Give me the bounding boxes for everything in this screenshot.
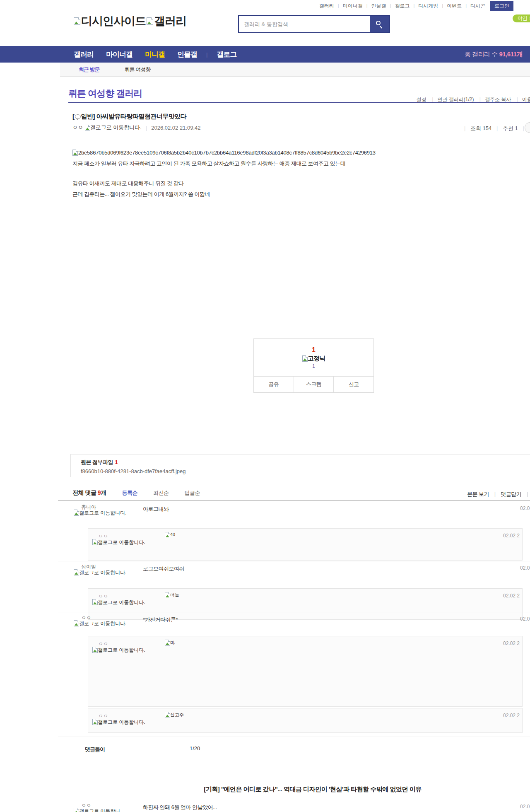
reply-time: 02.02 2 bbox=[503, 533, 520, 539]
comment-row: ㅇㅇ 갤로그로 이동합니 하진짜 안돼 6월 얼마 안남았어... 02.0 bbox=[0, 802, 530, 812]
breadcrumb: 최근 방문 뤼튼 여성향 bbox=[60, 63, 530, 77]
topbar-link-persongal[interactable]: 인물갤 bbox=[363, 2, 386, 10]
paginator-divider bbox=[58, 737, 530, 737]
downvote-count[interactable]: 1 bbox=[312, 363, 315, 369]
logo-text-dcinside: 디시인사이드 bbox=[81, 14, 146, 29]
scrap-button[interactable]: 스크랩 bbox=[294, 377, 334, 392]
reply-dccon-broken[interactable]: 신고주 bbox=[165, 712, 184, 718]
speech-bubble-icon bbox=[75, 114, 81, 119]
recent-visit-label[interactable]: 최근 방문 bbox=[79, 66, 100, 73]
broken-image-icon bbox=[92, 719, 98, 725]
broken-image-icon bbox=[302, 355, 308, 362]
reply-gallog-link[interactable]: 갤로그로 이동합니다. bbox=[92, 719, 146, 725]
topbar-link-dccon[interactable]: 디시콘 bbox=[462, 2, 485, 10]
comment-gallog-link[interactable]: 갤로그로 이동합니다. bbox=[74, 620, 128, 627]
reply-row: ㅇㅇ 갤로그로 이동합니다. 먀 02.02 2 bbox=[88, 636, 523, 707]
report-button[interactable]: 신고 bbox=[333, 377, 373, 392]
search-icon bbox=[376, 21, 381, 25]
comment-page-indicator[interactable]: 1/20 bbox=[190, 745, 200, 752]
page: 갤러리 마이너갤 인물갤 갤로그 디시게임 이벤트 디시콘 로그인 야간 모드 … bbox=[0, 0, 530, 812]
divider: | bbox=[464, 125, 465, 131]
nav-item-minorgal[interactable]: 마이너갤 bbox=[106, 50, 132, 59]
vote-box: 1 고정닉 1 공유 스크랩 신고 bbox=[253, 338, 374, 393]
view-post-link[interactable]: 본문 보기 bbox=[467, 491, 489, 497]
reply-gallog-link[interactable]: 갤로그로 이동합니다. bbox=[92, 539, 146, 546]
copy-url-link[interactable]: 갤주소 복사 bbox=[475, 97, 511, 102]
reply-dccon-broken[interactable]: 40 bbox=[165, 532, 175, 538]
search-button[interactable] bbox=[370, 16, 389, 32]
comments-header-underline bbox=[58, 500, 530, 500]
broken-image-icon bbox=[85, 125, 90, 131]
broken-image-icon bbox=[165, 592, 170, 598]
close-comments-link[interactable]: 댓글닫기 bbox=[501, 491, 521, 497]
share-button[interactable]: 공유 bbox=[254, 377, 294, 392]
comment-total: 전체 댓글 9개 bbox=[72, 489, 106, 497]
comment-gallog-link[interactable]: 갤로그로 이동합니다. bbox=[74, 510, 128, 516]
reply-dccon-broken[interactable]: 더늘 bbox=[165, 592, 179, 598]
comment-time: 02.02 bbox=[520, 616, 530, 622]
broken-image-icon bbox=[165, 712, 170, 718]
topbar-link-minorgal[interactable]: 마이너갤 bbox=[334, 2, 363, 10]
comment-gallog-link[interactable]: 갤로그로 이동합니 bbox=[74, 808, 128, 812]
nav-item-minigal-active[interactable]: 미니갤 bbox=[145, 50, 165, 59]
comment-time: 02.0 bbox=[520, 505, 530, 511]
gallery-settings-link[interactable]: 설정 bbox=[417, 97, 426, 102]
divider: | bbox=[523, 125, 524, 131]
broken-image-icon bbox=[74, 17, 80, 25]
page-title[interactable]: 뤼튼 여성향 갤러리 bbox=[68, 87, 142, 100]
comment-time: 02.02 bbox=[520, 565, 530, 571]
related-gallery-link[interactable]: 연관 갤러리(1/2) bbox=[428, 97, 474, 102]
reply-gallog-link[interactable]: 갤로그로 이동합니다. bbox=[92, 647, 146, 653]
broken-image-icon bbox=[74, 808, 79, 812]
broken-image-icon bbox=[92, 647, 98, 653]
topbar-link-gallog[interactable]: 갤로그 bbox=[386, 2, 410, 10]
upvote-count[interactable]: 1 bbox=[312, 346, 316, 354]
nav-divider: | bbox=[206, 51, 207, 58]
reply-time: 02.02 2 bbox=[503, 593, 520, 599]
reply-dccon-broken[interactable]: 먀 bbox=[165, 640, 175, 646]
divider: | bbox=[527, 491, 528, 497]
comment-gallog-link[interactable]: 갤로그로 이동합니다. bbox=[74, 569, 128, 576]
broken-image-icon bbox=[92, 539, 98, 545]
breadcrumb-current-gallery[interactable]: 뤼튼 여성향 bbox=[125, 66, 151, 73]
ad-article-headline[interactable]: [기획] "예언은 어디로 갔나"... 역대급 디자인이 '현실'과 타협할 … bbox=[58, 785, 530, 793]
comment-text: 하진짜 안돼 6월 얼마 안남았어... bbox=[143, 804, 217, 811]
vote-buttons: 공유 스크랩 신고 bbox=[254, 376, 373, 392]
top-utility-bar: 갤러리 마이너갤 인물갤 갤로그 디시게임 이벤트 디시콘 로그인 bbox=[0, 0, 530, 12]
post-paragraph: 김유타 이새끼도 제대로 대응해주니 뒤질 것 같다 bbox=[72, 180, 184, 187]
sort-newest[interactable]: 최신순 bbox=[153, 489, 169, 497]
reply-row: ㅇㅇ 갤로그로 이동합니다. 신고주 02.02 2 bbox=[88, 708, 523, 733]
comment-row: ㅇㅇ 갤로그로 이동합니다. *가진거다줘콘* 02.02 bbox=[0, 614, 530, 635]
post-image-broken[interactable]: 2be58670b5d069f623e78ee5109c706f8a5b2b40… bbox=[72, 150, 376, 156]
nav-item-gallery[interactable]: 갤러리 bbox=[74, 50, 94, 59]
attachment-filename[interactable]: f8660b10-880f-4281-8acb-dfe7fae4acff.jpe… bbox=[81, 468, 530, 474]
comment-time: 02.0 bbox=[520, 804, 530, 810]
site-logo[interactable]: 디시인사이드 갤러리 bbox=[74, 14, 186, 29]
reply-gallog-link[interactable]: 갤로그로 이동합니다. bbox=[92, 599, 146, 606]
nav-item-persongal[interactable]: 인물갤 bbox=[177, 50, 197, 59]
post-title: [일반] 아씨발유타랑파멸혐관너무맛있다 bbox=[72, 113, 186, 121]
comment-paginator-label: 댓글돌이 bbox=[85, 746, 105, 753]
login-button[interactable]: 로그인 bbox=[490, 1, 513, 11]
topbar-link-gallery[interactable]: 갤러리 bbox=[319, 2, 334, 10]
topbar-link-event[interactable]: 이벤트 bbox=[438, 2, 462, 10]
comment-text: 야로그내놔 bbox=[143, 505, 169, 513]
nav-item-gallog[interactable]: 갤로그 bbox=[217, 50, 236, 59]
topbar-link-dcgame[interactable]: 디시게임 bbox=[410, 2, 438, 10]
night-mode-badge[interactable]: 야간 모드 bbox=[513, 15, 530, 22]
gallog-link[interactable]: 갤로그로 이동합니다. bbox=[90, 124, 142, 131]
author-nickname[interactable]: ㅇㅇ bbox=[72, 124, 83, 131]
search-box bbox=[238, 15, 390, 33]
comment-divider bbox=[58, 561, 530, 561]
sort-registered[interactable]: 등록순 bbox=[122, 489, 138, 497]
fixed-nick-recommend[interactable]: 고정닉 bbox=[302, 355, 325, 362]
attachment-label: 원본 첨부파일1 bbox=[81, 459, 530, 466]
total-gallery-count: 총 갤러리 수 91,611개 bbox=[465, 46, 523, 63]
comments-header: 전체 댓글 9개 등록순 최신순 답글순 bbox=[72, 489, 200, 497]
broken-image-icon bbox=[165, 532, 170, 538]
comment-row: 츄니아 갤로그로 이동합니다. 야로그내놔 02.0 bbox=[0, 504, 530, 528]
recommend-count: 추천 1 bbox=[503, 125, 518, 131]
sort-replies[interactable]: 답글순 bbox=[185, 489, 200, 497]
search-input[interactable] bbox=[239, 16, 370, 32]
usage-guide-link[interactable]: 이용안내 bbox=[513, 97, 530, 102]
